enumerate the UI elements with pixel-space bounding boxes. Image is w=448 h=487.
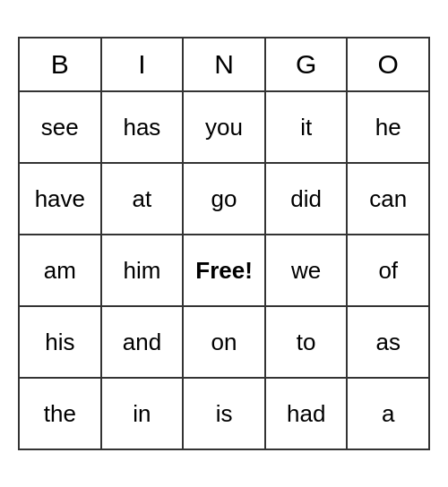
- bingo-card: BINGO seehasyouithehaveatgodidcanamhimFr…: [18, 37, 430, 450]
- bingo-cell: in: [101, 378, 184, 449]
- bingo-cell: the: [19, 378, 101, 449]
- bingo-cell: and: [101, 306, 184, 378]
- bingo-cell: of: [347, 235, 429, 306]
- bingo-cell: on: [183, 306, 265, 378]
- table-row: haveatgodidcan: [19, 163, 429, 235]
- bingo-cell: he: [347, 91, 429, 163]
- bingo-cell: a: [347, 378, 429, 449]
- bingo-cell: had: [265, 378, 348, 449]
- header-col-n: N: [183, 38, 265, 91]
- bingo-cell: at: [101, 163, 184, 235]
- table-row: seehasyouithe: [19, 91, 429, 163]
- bingo-cell: his: [19, 306, 101, 378]
- bingo-cell: did: [265, 163, 348, 235]
- table-row: theinishada: [19, 378, 429, 449]
- bingo-cell: as: [347, 306, 429, 378]
- header-col-g: G: [265, 38, 348, 91]
- bingo-cell: is: [183, 378, 265, 449]
- bingo-cell: to: [265, 306, 348, 378]
- bingo-cell: we: [265, 235, 348, 306]
- bingo-cell: has: [101, 91, 184, 163]
- table-row: hisandontoas: [19, 306, 429, 378]
- bingo-cell: him: [101, 235, 184, 306]
- header-col-b: B: [19, 38, 101, 91]
- bingo-cell: it: [265, 91, 348, 163]
- free-cell: Free!: [183, 235, 265, 306]
- bingo-cell: can: [347, 163, 429, 235]
- bingo-cell: you: [183, 91, 265, 163]
- header-col-i: I: [101, 38, 184, 91]
- bingo-cell: am: [19, 235, 101, 306]
- header-col-o: O: [347, 38, 429, 91]
- header-row: BINGO: [19, 38, 429, 91]
- bingo-cell: have: [19, 163, 101, 235]
- table-row: amhimFree!weof: [19, 235, 429, 306]
- bingo-cell: see: [19, 91, 101, 163]
- bingo-cell: go: [183, 163, 265, 235]
